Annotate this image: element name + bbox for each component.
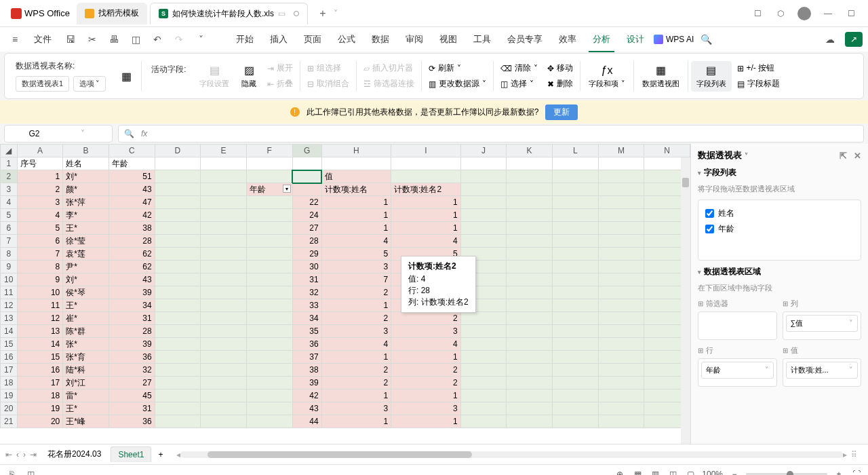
- more-qat-icon[interactable]: ˅: [191, 30, 210, 49]
- minimize-button[interactable]: —: [822, 7, 834, 20]
- pin-icon[interactable]: ⇱: [840, 151, 847, 161]
- value-dropzone[interactable]: 计数项:姓...˅: [783, 358, 862, 387]
- preview-icon[interactable]: ◫: [126, 30, 145, 49]
- sheet-first-icon[interactable]: ⇤: [4, 450, 14, 459]
- tab-document[interactable]: S 如何快速统计年龄段人数.xls ▭: [150, 3, 308, 24]
- view-mode-2[interactable]: ▦: [631, 468, 644, 476]
- row-header[interactable]: 13: [1, 312, 18, 325]
- close-icon[interactable]: ✕: [854, 151, 861, 161]
- print-icon[interactable]: 🖶: [104, 30, 123, 49]
- zoom-slider[interactable]: [746, 473, 827, 476]
- col-header[interactable]: E: [201, 145, 247, 157]
- filter-dropzone[interactable]: [698, 311, 777, 340]
- tab-dropdown-icon[interactable]: ˅: [334, 9, 338, 18]
- col-header[interactable]: M: [598, 145, 644, 157]
- add-sheet-button[interactable]: +: [154, 450, 167, 459]
- sheet-next-icon[interactable]: ›: [22, 450, 27, 459]
- fullscreen-icon[interactable]: ⛶: [850, 468, 863, 476]
- view-mode-4[interactable]: ◫: [667, 468, 679, 476]
- zoom-out-button[interactable]: −: [728, 468, 741, 476]
- row-header[interactable]: 1: [1, 157, 18, 170]
- menu-start[interactable]: 开始: [229, 29, 260, 50]
- view-mode-5[interactable]: ▢: [684, 468, 696, 476]
- row-header[interactable]: 2: [1, 170, 18, 183]
- sheet-tab-1[interactable]: 花名册2024.03: [41, 446, 108, 463]
- row-header[interactable]: 16: [1, 351, 18, 364]
- row-header[interactable]: 12: [1, 299, 18, 312]
- col-header[interactable]: I: [391, 145, 461, 157]
- col-header[interactable]: N: [644, 145, 690, 157]
- col-header[interactable]: F: [246, 145, 292, 157]
- selected-cell[interactable]: [292, 170, 321, 183]
- menu-formula[interactable]: 公式: [331, 29, 362, 50]
- fx-label[interactable]: fx: [141, 129, 147, 138]
- name-box-dropdown-icon[interactable]: ˅: [58, 129, 106, 138]
- vertical-scrollbar[interactable]: [681, 157, 690, 444]
- redo-icon[interactable]: ↷: [170, 30, 189, 49]
- change-source-button[interactable]: ▥更改数据源 ˅: [425, 77, 490, 91]
- menu-page[interactable]: 页面: [297, 29, 328, 50]
- cloud-icon[interactable]: ☁: [821, 30, 840, 49]
- row-header[interactable]: 17: [1, 364, 18, 377]
- value-item[interactable]: 计数项:姓...˅: [786, 362, 859, 379]
- menu-analysis[interactable]: 分析: [586, 29, 617, 50]
- row-header[interactable]: 18: [1, 377, 18, 390]
- file-menu[interactable]: 文件: [27, 29, 58, 50]
- menu-efficiency[interactable]: 效率: [552, 29, 583, 50]
- menu-member[interactable]: 会员专享: [500, 29, 549, 50]
- sheet-prev-icon[interactable]: ‹: [15, 450, 20, 459]
- row-header[interactable]: 8: [1, 248, 18, 261]
- row-header[interactable]: 4: [1, 196, 18, 209]
- column-dropzone[interactable]: ∑值˅: [783, 311, 862, 340]
- row-dropzone[interactable]: 年龄˅: [698, 358, 777, 387]
- sheet-tab-2[interactable]: Sheet1: [111, 446, 151, 462]
- refresh-button[interactable]: ⟳刷新 ˅: [425, 61, 490, 75]
- wps-ai-button[interactable]: WPS AI: [654, 35, 694, 44]
- view-mode-3[interactable]: ▥: [649, 468, 661, 476]
- col-header[interactable]: C: [108, 145, 155, 157]
- field-checkbox[interactable]: [705, 225, 714, 233]
- zoom-in-button[interactable]: +: [833, 468, 845, 476]
- col-header[interactable]: J: [460, 145, 507, 157]
- row-header[interactable]: 15: [1, 338, 18, 351]
- field-list-box[interactable]: 姓名 年龄: [698, 200, 861, 261]
- col-header[interactable]: B: [63, 145, 109, 157]
- view-mode-1[interactable]: ⊕: [614, 468, 626, 476]
- name-box[interactable]: G2 ˅: [4, 125, 113, 142]
- status-icon-2[interactable]: ◫: [24, 468, 37, 476]
- plus-minus-button[interactable]: ⊞+/- 按钮: [733, 61, 784, 75]
- row-header[interactable]: 3: [1, 183, 18, 196]
- col-header[interactable]: K: [507, 145, 553, 157]
- col-header[interactable]: G: [292, 145, 321, 157]
- save-icon[interactable]: 🖫: [61, 30, 80, 49]
- pivot-name-value[interactable]: 数据透视表1: [16, 76, 69, 92]
- sheet-last-icon[interactable]: ⇥: [28, 450, 38, 459]
- menu-tools[interactable]: 工具: [467, 29, 498, 50]
- row-header[interactable]: 9: [1, 261, 18, 273]
- column-item[interactable]: ∑值˅: [786, 315, 859, 332]
- status-icon-1[interactable]: ⎘: [5, 468, 18, 476]
- corner-cell[interactable]: ◢: [1, 145, 18, 157]
- zoom-value[interactable]: 100%: [702, 470, 723, 476]
- undo-icon[interactable]: ↶: [148, 30, 167, 49]
- hide-button[interactable]: ▨ 隐藏: [236, 61, 262, 92]
- pivot-chart-button[interactable]: ▦ 数据透视图: [637, 61, 685, 92]
- hscroll-thumb[interactable]: [208, 451, 473, 458]
- menu-review[interactable]: 审阅: [399, 29, 430, 50]
- row-header[interactable]: 21: [1, 415, 18, 428]
- field-headers-button[interactable]: ▤字段标题: [733, 77, 784, 91]
- col-header[interactable]: A: [17, 145, 63, 157]
- menu-data[interactable]: 数据: [365, 29, 396, 50]
- update-button[interactable]: 更新: [545, 104, 578, 120]
- filter-dropdown-icon[interactable]: ▾: [283, 185, 291, 193]
- row-header[interactable]: 10: [1, 273, 18, 286]
- col-header[interactable]: H: [321, 145, 391, 157]
- share-button[interactable]: ↗: [845, 32, 863, 47]
- maximize-button[interactable]: ☐: [845, 7, 857, 20]
- menu-view[interactable]: 视图: [433, 29, 464, 50]
- horizontal-scrollbar[interactable]: ◂ ▸ ⠿: [176, 451, 857, 459]
- row-header[interactable]: 20: [1, 402, 18, 415]
- col-header[interactable]: L: [552, 145, 598, 157]
- vscroll-thumb[interactable]: [682, 178, 689, 187]
- search-icon[interactable]: 🔍: [696, 30, 715, 49]
